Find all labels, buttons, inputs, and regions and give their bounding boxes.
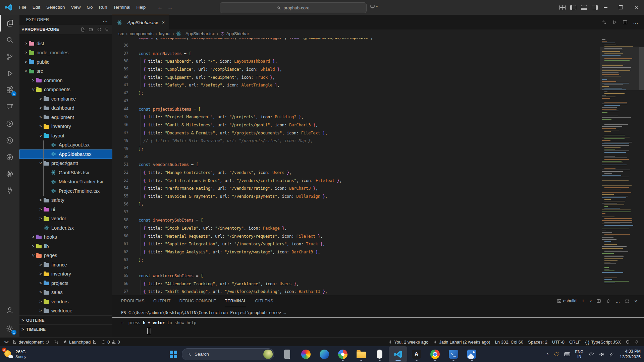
taskbar-app-films-tv[interactable]: [463, 346, 481, 362]
activity-python-icon[interactable]: [0, 166, 19, 182]
status-problems[interactable]: 00: [99, 340, 122, 345]
status-notifications[interactable]: [632, 340, 641, 344]
activity-zap-icon[interactable]: [0, 149, 19, 166]
tree-item-sales[interactable]: >sales: [19, 288, 112, 297]
tree-item-vendors[interactable]: >vendors: [19, 297, 112, 306]
taskbar-app-edge[interactable]: [315, 346, 333, 362]
toggle-panel-icon[interactable]: [581, 5, 587, 10]
tree-item-loader-tsx[interactable]: Loader.tsx: [19, 223, 112, 233]
status-gitlens[interactable]: [623, 340, 632, 344]
tree-item-components[interactable]: >components: [19, 85, 112, 95]
new-file-icon[interactable]: [80, 27, 85, 32]
status-blame-you[interactable]: You, 2 weeks ago: [386, 340, 431, 345]
touch-keyboard-icon[interactable]: [564, 352, 570, 357]
status-git-branch[interactable]: development: [10, 340, 51, 345]
new-terminal-icon[interactable]: +: [582, 298, 585, 304]
split-editor-icon[interactable]: [623, 20, 628, 25]
tree-item-lib[interactable]: >lib: [19, 242, 112, 251]
nav-forward-icon[interactable]: →: [167, 4, 173, 10]
tree-item-node-modules[interactable]: >node_modules: [19, 48, 112, 58]
activity-source-control-icon[interactable]: [0, 48, 19, 65]
panel-tab-output[interactable]: OUTPUT: [153, 295, 171, 307]
tree-item-src[interactable]: >src: [19, 67, 112, 76]
activity-search-icon[interactable]: [0, 32, 19, 48]
new-folder-icon[interactable]: [89, 27, 94, 32]
panel-tab-debug-console[interactable]: DEBUG CONSOLE: [179, 295, 216, 307]
tree-item-appsidebar-tsx[interactable]: AppSidebar.tsx: [19, 149, 112, 159]
tree-item-project-gantt[interactable]: >project\gantt: [19, 159, 112, 168]
taskbar-app-lens-app[interactable]: [370, 346, 389, 362]
tree-item-applayout-tsx[interactable]: AppLayout.tsx: [19, 140, 112, 150]
kill-terminal-icon[interactable]: [606, 299, 610, 303]
status-encoding[interactable]: UTF-8: [550, 340, 567, 345]
tree-item-milestonetracker-tsx[interactable]: MilestoneTracker.tsx: [19, 177, 112, 187]
activity-copilot-chat-icon[interactable]: [0, 99, 19, 115]
tree-item-ui[interactable]: >ui: [19, 205, 112, 214]
tree-item-hooks[interactable]: >hooks: [19, 233, 112, 242]
menu-help[interactable]: Help: [133, 0, 149, 15]
breadcrumb-item[interactable]: AppSidebar.tsx: [176, 31, 215, 36]
tree-item-ganttstats-tsx[interactable]: GanttStats.tsx: [19, 168, 112, 177]
command-center-search[interactable]: prophub-core: [220, 2, 367, 13]
refresh-icon[interactable]: [97, 27, 102, 32]
breadcrumb-item[interactable]: src: [118, 31, 124, 36]
taskbar-app-paint[interactable]: [297, 346, 315, 362]
status-remote-indicator[interactable]: ><: [2, 340, 10, 345]
tree-item-dashboard[interactable]: >dashboard: [19, 104, 112, 113]
clock[interactable]: 4:33 PM12/23/2025: [620, 349, 641, 360]
more-actions-icon[interactable]: …: [633, 19, 639, 25]
status-cursor-position[interactable]: Ln 332, Col 60: [493, 340, 526, 345]
status-indentation[interactable]: Spaces: 2: [526, 340, 550, 345]
activity-extensions-icon[interactable]: 1: [0, 82, 19, 99]
menu-run[interactable]: Run: [96, 0, 110, 15]
run-icon[interactable]: [612, 20, 617, 25]
tree-item-layout[interactable]: >layout: [19, 131, 112, 140]
taskbar-search[interactable]: Search: [182, 348, 274, 360]
tab-close-icon[interactable]: ×: [162, 20, 165, 25]
status-gitlens-compare[interactable]: [52, 340, 61, 344]
activity-thunder-client-icon[interactable]: [0, 182, 19, 199]
menu-go[interactable]: Go: [84, 0, 96, 15]
taskbar-app-phone-link[interactable]: [278, 346, 297, 362]
tree-item-vendor[interactable]: >vendor: [19, 214, 112, 224]
tree-item-public[interactable]: >public: [19, 57, 112, 67]
tree-item-safety[interactable]: >safety: [19, 196, 112, 205]
panel-tab-gitlens[interactable]: GITLENS: [255, 295, 273, 307]
menu-view[interactable]: View: [68, 0, 84, 15]
taskbar-app-photos[interactable]: [333, 346, 352, 362]
taskbar-app-powershell[interactable]: >_: [444, 346, 463, 362]
timeline-section[interactable]: > TIMELINE: [19, 324, 112, 334]
language-indicator[interactable]: ENGIN: [575, 350, 584, 359]
tree-item-equipment[interactable]: >equipment: [19, 113, 112, 122]
project-root-row[interactable]: > PROPHUB-CORE: [19, 25, 112, 34]
taskbar-app-remote-desktop[interactable]: A: [407, 346, 426, 362]
panel-tab-problems[interactable]: PROBLEMS: [121, 295, 145, 307]
status-eol[interactable]: CRLF: [567, 340, 583, 345]
tree-item-dist[interactable]: >dist: [19, 39, 112, 48]
tree-item-inventory[interactable]: >inventory: [19, 122, 112, 131]
tree-item-projects[interactable]: >projects: [19, 279, 112, 288]
sync-tray-icon[interactable]: [554, 352, 559, 357]
status-language-mode[interactable]: { }TypeScript JSX: [583, 340, 623, 345]
tree-item-inventory[interactable]: >inventory: [19, 269, 112, 279]
weather-widget[interactable]: 3 26°C Sunny: [3, 349, 26, 359]
outline-section[interactable]: > OUTLINE: [19, 315, 112, 325]
toggle-sidebar-icon[interactable]: [570, 5, 576, 10]
status-blame-author[interactable]: Jatin Lahari (2 weeks ago): [431, 340, 492, 345]
tree-item-compliance[interactable]: >compliance: [19, 94, 112, 104]
task-esbuild[interactable]: esbuild: [557, 299, 577, 303]
breadcrumb-item[interactable]: components: [130, 31, 154, 36]
activity-settings-icon[interactable]: 1: [0, 320, 19, 337]
nav-back-icon[interactable]: ←: [157, 4, 163, 10]
minimize-button[interactable]: [598, 0, 613, 15]
collapse-folders-icon[interactable]: [105, 27, 110, 32]
close-button[interactable]: [629, 0, 644, 15]
menu-edit[interactable]: Edit: [30, 0, 43, 15]
activity-remote-run-icon[interactable]: [0, 115, 19, 132]
activity-run-debug-icon[interactable]: [0, 65, 19, 82]
taskbar-app-chrome[interactable]: [426, 346, 444, 362]
terminal-dropdown-icon[interactable]: >: [589, 300, 592, 302]
tree-item-workforce[interactable]: >workforce: [19, 306, 112, 316]
activity-explorer-icon[interactable]: [0, 15, 20, 32]
volume-icon[interactable]: [599, 352, 604, 357]
